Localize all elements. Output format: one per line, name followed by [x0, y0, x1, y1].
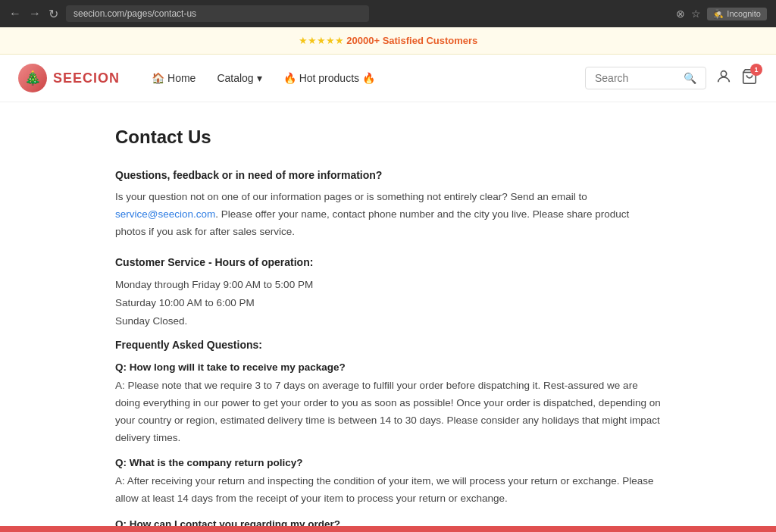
- extension-icon: ⊗: [676, 8, 685, 20]
- incognito-badge: 🕵 Incognito: [707, 8, 767, 20]
- header-right: 🔍 1: [585, 67, 758, 89]
- hours-line-3: Sunday Closed.: [115, 312, 661, 330]
- nav-hot-products[interactable]: 🔥 Hot products 🔥: [274, 67, 384, 89]
- hours-line-1: Monday through Friday 9:00 AM to 5:00 PM: [115, 276, 661, 294]
- faq-title: Frequently Asked Questions:: [115, 339, 661, 351]
- page-title: Contact Us: [115, 127, 661, 148]
- star-icon[interactable]: ☆: [691, 8, 701, 20]
- browser-back-icon[interactable]: ←: [9, 7, 21, 20]
- faq-q-1: Q: How long will it take to receive my p…: [115, 361, 661, 373]
- nav-home-label: Home: [167, 72, 196, 84]
- logo-icon: 🎄: [18, 64, 47, 92]
- main-nav: 🏠 Home Catalog ▾ 🔥 Hot products 🔥: [142, 67, 585, 89]
- nav-home[interactable]: 🏠 Home: [142, 67, 205, 89]
- search-input[interactable]: [595, 72, 677, 84]
- faq-a-2: A: After receiving your return and inspe…: [115, 473, 661, 508]
- browser-refresh-icon[interactable]: ↻: [48, 7, 58, 21]
- incognito-icon: 🕵: [713, 9, 724, 19]
- announcement-bar: ★★★★★ 20000+ Satisfied Customers: [0, 27, 776, 55]
- email-link-1[interactable]: service@seecion.com: [115, 208, 215, 220]
- search-box[interactable]: 🔍: [585, 67, 706, 89]
- intro-text-1: Is your question not on one of our infor…: [115, 191, 587, 202]
- logo-text: SEECION: [53, 70, 120, 86]
- nav-catalog[interactable]: Catalog ▾: [208, 67, 271, 89]
- faq-q-2: Q: What is the company return policy?: [115, 457, 661, 468]
- search-icon: 🔍: [684, 72, 696, 84]
- announcement-text: 20000+ Satisfied Customers: [346, 35, 477, 46]
- incognito-label: Incognito: [727, 9, 761, 18]
- fire-emoji-icon-left: 🔥: [283, 72, 296, 84]
- browser-forward-icon[interactable]: →: [29, 7, 41, 20]
- cart-button[interactable]: 1: [741, 68, 758, 89]
- intro-paragraph: Is your question not on one of our infor…: [115, 189, 661, 241]
- logo[interactable]: 🎄 SEECION: [18, 64, 120, 92]
- browser-right-icons: ⊗ ☆ 🕵 Incognito: [676, 8, 767, 20]
- faq-section: Frequently Asked Questions: Q: How long …: [115, 339, 661, 532]
- hours-block: Monday through Friday 9:00 AM to 5:00 PM…: [115, 276, 661, 331]
- catalog-dropdown-icon: ▾: [257, 72, 262, 84]
- account-button[interactable]: [715, 68, 732, 89]
- nav-catalog-label: Catalog: [217, 72, 253, 84]
- main-content: Contact Us Questions, feedback or in nee…: [100, 102, 676, 532]
- faq-a-1: A: Please note that we require 3 to 7 da…: [115, 377, 661, 447]
- customer-service-title: Customer Service - Hours of operation:: [115, 256, 661, 268]
- cart-count-badge: 1: [750, 64, 762, 76]
- hours-line-2: Saturday 10:00 AM to 6:00 PM: [115, 294, 661, 312]
- intro-question: Questions, feedback or in need of more i…: [115, 169, 661, 181]
- stars: ★★★★★: [299, 35, 344, 46]
- fire-emoji-icon-right: 🔥: [362, 72, 375, 84]
- svg-point-0: [721, 70, 726, 76]
- nav-hot-label: Hot products: [299, 72, 359, 84]
- browser-chrome: ← → ↻ seecion.com/pages/contact-us ⊗ ☆ 🕵…: [0, 0, 776, 27]
- site-header: 🎄 SEECION 🏠 Home Catalog ▾ 🔥 Hot product…: [0, 55, 776, 102]
- home-emoji-icon: 🏠: [152, 72, 164, 84]
- browser-url-bar[interactable]: seecion.com/pages/contact-us: [66, 5, 369, 22]
- footer-bar: [0, 526, 776, 532]
